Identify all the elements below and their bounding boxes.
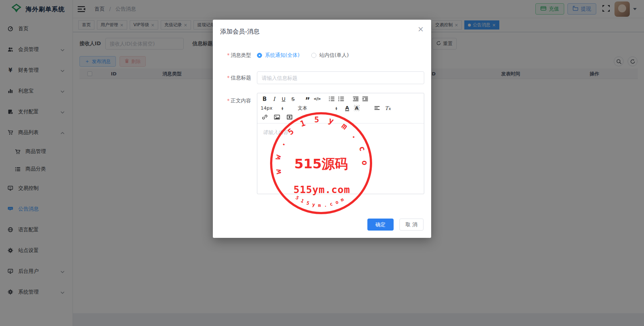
cancel-button[interactable]: 取 消 (399, 219, 424, 231)
message-content-row: *正文内容 B I U S ” </> (213, 93, 424, 194)
rich-text-editor: B I U S ” </> (257, 93, 424, 194)
italic-button[interactable]: I (270, 95, 278, 103)
link-icon[interactable] (261, 113, 269, 121)
bold-button[interactable]: B (261, 95, 269, 103)
video-icon[interactable] (285, 113, 293, 121)
strikethrough-button[interactable]: S (289, 95, 297, 103)
dialog-title-field-label: *信息标题 (213, 75, 251, 81)
spinner-arrows-icon: ▲▼ (335, 106, 337, 110)
align-icon[interactable] (374, 105, 380, 111)
spinner-arrows-icon: ▲▼ (281, 106, 283, 110)
dialog-message-title-input[interactable] (257, 71, 424, 84)
confirm-button[interactable]: 确定 (367, 219, 394, 231)
editor-content-area[interactable]: 请输入内容 (257, 123, 424, 194)
message-title-row: *信息标题 (213, 71, 424, 84)
editor-placeholder: 请输入内容 (263, 129, 288, 136)
font-size-select[interactable]: 14px ▲▼ (261, 105, 283, 111)
image-icon[interactable] (273, 113, 281, 121)
add-message-dialog: 添加会员-消息 × *消息类型 系统通知(全体) 站内信(单人) *信息标题 *… (213, 20, 431, 238)
blockquote-icon[interactable]: ” (304, 95, 312, 103)
message-type-label: *消息类型 (213, 52, 251, 59)
unordered-list-icon[interactable] (337, 95, 345, 103)
code-icon[interactable]: </> (313, 95, 321, 103)
radio-system-notice[interactable] (257, 53, 262, 58)
dialog-title: 添加会员-消息 (220, 27, 259, 36)
message-type-row: *消息类型 系统通知(全体) 站内信(单人) (213, 52, 424, 59)
radio-private-message[interactable] (311, 53, 316, 58)
paragraph-format-select[interactable]: 文本 ▲▼ (298, 105, 337, 111)
clear-format-button[interactable]: Tx (385, 105, 391, 111)
close-icon[interactable]: × (416, 24, 425, 35)
radio-system-notice-label[interactable]: 系统通知(全体) (265, 52, 300, 59)
content-field-label: *正文内容 (213, 93, 251, 194)
ordered-list-icon[interactable] (328, 95, 336, 103)
editor-toolbar: B I U S ” </> (257, 93, 424, 123)
underline-button[interactable]: U (280, 95, 288, 103)
indent-icon[interactable] (361, 95, 369, 103)
highlight-color-button[interactable]: A (354, 105, 360, 111)
radio-private-message-label[interactable]: 站内信(单人) (319, 52, 349, 59)
font-color-button[interactable]: A (345, 105, 349, 111)
app-root: 海外刷单系统 首页 会员管理 ¥ 财务管理 (0, 0, 644, 326)
outdent-icon[interactable] (352, 95, 360, 103)
message-type-options: 系统通知(全体) 站内信(单人) (257, 52, 349, 59)
